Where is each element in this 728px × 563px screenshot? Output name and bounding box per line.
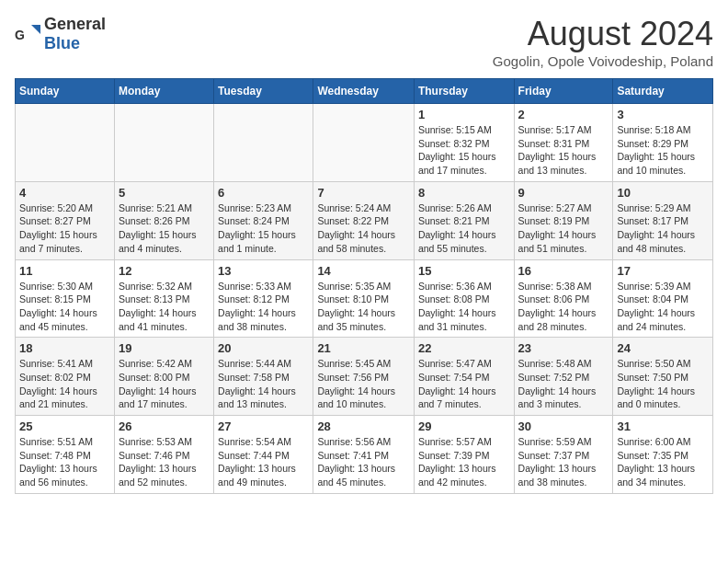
day-number: 24	[617, 341, 709, 355]
day-number: 28	[317, 419, 410, 433]
day-number: 12	[119, 264, 210, 278]
day-cell: 26Sunrise: 5:53 AM Sunset: 7:46 PM Dayli…	[114, 416, 213, 494]
day-cell: 21Sunrise: 5:45 AM Sunset: 7:56 PM Dayli…	[313, 338, 415, 416]
day-cell: 13Sunrise: 5:33 AM Sunset: 8:12 PM Dayli…	[214, 259, 313, 338]
day-info: Sunrise: 5:48 AM Sunset: 7:52 PM Dayligh…	[518, 357, 609, 411]
day-cell: 11Sunrise: 5:30 AM Sunset: 8:15 PM Dayli…	[16, 259, 115, 338]
day-cell: 31Sunrise: 6:00 AM Sunset: 7:35 PM Dayli…	[613, 416, 713, 494]
day-cell: 1Sunrise: 5:15 AM Sunset: 8:32 PM Daylig…	[414, 104, 514, 182]
week-row-2: 4Sunrise: 5:20 AM Sunset: 8:27 PM Daylig…	[16, 181, 713, 259]
day-info: Sunrise: 5:17 AM Sunset: 8:31 PM Dayligh…	[518, 123, 609, 178]
weekday-header-wednesday: Wednesday	[313, 79, 415, 104]
logo-icon: G	[15, 21, 40, 47]
day-number: 9	[518, 186, 609, 200]
day-info: Sunrise: 5:39 AM Sunset: 8:04 PM Dayligh…	[617, 280, 709, 334]
day-info: Sunrise: 5:29 AM Sunset: 8:17 PM Dayligh…	[617, 201, 709, 256]
day-info: Sunrise: 5:56 AM Sunset: 7:41 PM Dayligh…	[317, 435, 410, 489]
day-info: Sunrise: 5:53 AM Sunset: 7:46 PM Dayligh…	[119, 435, 210, 489]
sub-title: Gogolin, Opole Voivodeship, Poland	[493, 53, 713, 69]
day-number: 22	[418, 341, 510, 355]
day-info: Sunrise: 5:18 AM Sunset: 8:29 PM Dayligh…	[617, 123, 709, 178]
day-cell: 16Sunrise: 5:38 AM Sunset: 8:06 PM Dayli…	[514, 259, 613, 338]
day-info: Sunrise: 5:38 AM Sunset: 8:06 PM Dayligh…	[518, 280, 609, 334]
day-info: Sunrise: 5:21 AM Sunset: 8:26 PM Dayligh…	[119, 201, 210, 256]
day-cell	[16, 104, 115, 182]
day-cell: 12Sunrise: 5:32 AM Sunset: 8:13 PM Dayli…	[114, 259, 213, 338]
calendar-table: SundayMondayTuesdayWednesdayThursdayFrid…	[15, 78, 713, 494]
day-cell: 5Sunrise: 5:21 AM Sunset: 8:26 PM Daylig…	[114, 181, 213, 259]
calendar-body: 1Sunrise: 5:15 AM Sunset: 8:32 PM Daylig…	[16, 104, 713, 494]
day-info: Sunrise: 5:32 AM Sunset: 8:13 PM Dayligh…	[119, 280, 210, 334]
weekday-header-row: SundayMondayTuesdayWednesdayThursdayFrid…	[16, 79, 713, 104]
day-info: Sunrise: 5:27 AM Sunset: 8:19 PM Dayligh…	[518, 201, 609, 256]
day-number: 2	[518, 108, 609, 121]
main-title: August 2024	[493, 15, 713, 53]
day-cell: 27Sunrise: 5:54 AM Sunset: 7:44 PM Dayli…	[214, 416, 313, 494]
day-number: 6	[218, 186, 309, 200]
day-info: Sunrise: 5:35 AM Sunset: 8:10 PM Dayligh…	[317, 280, 410, 334]
day-cell: 10Sunrise: 5:29 AM Sunset: 8:17 PM Dayli…	[613, 181, 713, 259]
day-number: 25	[19, 419, 110, 433]
day-cell: 18Sunrise: 5:41 AM Sunset: 8:02 PM Dayli…	[16, 338, 115, 416]
header: G General Blue August 2024 Gogolin, Opol…	[15, 15, 713, 69]
day-number: 8	[418, 186, 510, 200]
weekday-header-sunday: Sunday	[16, 79, 115, 104]
day-cell	[214, 104, 313, 182]
day-info: Sunrise: 5:33 AM Sunset: 8:12 PM Dayligh…	[218, 280, 309, 334]
day-cell: 22Sunrise: 5:47 AM Sunset: 7:54 PM Dayli…	[414, 338, 514, 416]
day-number: 15	[418, 264, 510, 278]
day-cell: 29Sunrise: 5:57 AM Sunset: 7:39 PM Dayli…	[414, 416, 514, 494]
day-number: 11	[19, 264, 110, 278]
day-info: Sunrise: 6:00 AM Sunset: 7:35 PM Dayligh…	[617, 435, 709, 489]
day-number: 4	[19, 186, 110, 200]
day-info: Sunrise: 5:26 AM Sunset: 8:21 PM Dayligh…	[418, 201, 510, 256]
weekday-header-monday: Monday	[114, 79, 213, 104]
day-number: 30	[518, 419, 609, 433]
day-cell: 3Sunrise: 5:18 AM Sunset: 8:29 PM Daylig…	[613, 104, 713, 182]
day-cell: 25Sunrise: 5:51 AM Sunset: 7:48 PM Dayli…	[16, 416, 115, 494]
weekday-header-tuesday: Tuesday	[214, 79, 313, 104]
day-info: Sunrise: 5:41 AM Sunset: 8:02 PM Dayligh…	[19, 357, 110, 411]
day-number: 1	[418, 108, 510, 121]
day-number: 26	[119, 419, 210, 433]
day-info: Sunrise: 5:23 AM Sunset: 8:24 PM Dayligh…	[218, 201, 309, 256]
day-info: Sunrise: 5:51 AM Sunset: 7:48 PM Dayligh…	[19, 435, 110, 489]
week-row-5: 25Sunrise: 5:51 AM Sunset: 7:48 PM Dayli…	[16, 416, 713, 494]
svg-text:G: G	[15, 28, 25, 42]
day-cell: 9Sunrise: 5:27 AM Sunset: 8:19 PM Daylig…	[514, 181, 613, 259]
day-info: Sunrise: 5:42 AM Sunset: 8:00 PM Dayligh…	[119, 357, 210, 411]
day-info: Sunrise: 5:44 AM Sunset: 7:58 PM Dayligh…	[218, 357, 309, 411]
day-number: 7	[317, 186, 410, 200]
logo-text-blue: Blue	[44, 34, 80, 52]
day-info: Sunrise: 5:45 AM Sunset: 7:56 PM Dayligh…	[317, 357, 410, 411]
day-cell	[313, 104, 415, 182]
week-row-3: 11Sunrise: 5:30 AM Sunset: 8:15 PM Dayli…	[16, 259, 713, 338]
logo-text-general: General	[44, 15, 106, 33]
svg-marker-1	[31, 25, 40, 34]
day-cell: 7Sunrise: 5:24 AM Sunset: 8:22 PM Daylig…	[313, 181, 415, 259]
day-number: 23	[518, 341, 609, 355]
day-number: 14	[317, 264, 410, 278]
day-number: 27	[218, 419, 309, 433]
day-cell: 14Sunrise: 5:35 AM Sunset: 8:10 PM Dayli…	[313, 259, 415, 338]
day-number: 5	[119, 186, 210, 200]
day-cell: 19Sunrise: 5:42 AM Sunset: 8:00 PM Dayli…	[114, 338, 213, 416]
day-number: 17	[617, 264, 709, 278]
day-cell: 15Sunrise: 5:36 AM Sunset: 8:08 PM Dayli…	[414, 259, 514, 338]
day-number: 21	[317, 341, 410, 355]
day-number: 29	[418, 419, 510, 433]
day-number: 31	[617, 419, 709, 433]
day-cell: 2Sunrise: 5:17 AM Sunset: 8:31 PM Daylig…	[514, 104, 613, 182]
title-area: August 2024 Gogolin, Opole Voivodeship, …	[493, 15, 713, 69]
day-info: Sunrise: 5:57 AM Sunset: 7:39 PM Dayligh…	[418, 435, 510, 489]
day-info: Sunrise: 5:15 AM Sunset: 8:32 PM Dayligh…	[418, 123, 510, 178]
day-cell	[114, 104, 213, 182]
weekday-header-friday: Friday	[514, 79, 613, 104]
day-number: 13	[218, 264, 309, 278]
logo: G General Blue	[15, 15, 106, 53]
day-cell: 4Sunrise: 5:20 AM Sunset: 8:27 PM Daylig…	[16, 181, 115, 259]
weekday-header-thursday: Thursday	[414, 79, 514, 104]
day-number: 18	[19, 341, 110, 355]
day-cell: 20Sunrise: 5:44 AM Sunset: 7:58 PM Dayli…	[214, 338, 313, 416]
week-row-4: 18Sunrise: 5:41 AM Sunset: 8:02 PM Dayli…	[16, 338, 713, 416]
